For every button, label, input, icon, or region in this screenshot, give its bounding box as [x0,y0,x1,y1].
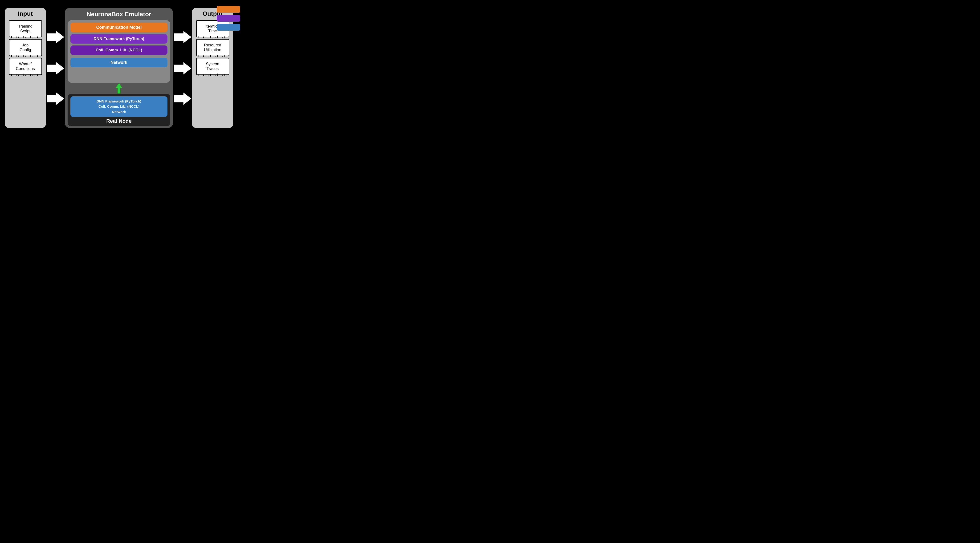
out-arrow-middle-shape [174,62,191,75]
whatif-label: What-ifConditions [16,62,35,71]
green-arrow-container [68,84,170,92]
resource-util-card: ResourceUtilization [196,39,229,56]
emulator-inner: Communication Model DNN Framework (PyTor… [68,20,170,83]
coll-comm-bar: Coll. Comm. Lib. (NCCL) [70,45,167,55]
whatif-conditions-card: What-ifConditions [9,58,42,75]
real-node-title: Real Node [106,118,132,124]
out-arrow-top [174,31,191,43]
out-arrow-bottom [174,92,191,105]
dnn-framework-bar: DNN Framework (PyTorch) [70,34,167,44]
legend-blue [217,24,240,30]
input-arrows [46,8,65,128]
job-config-label: JobConfig [19,43,31,52]
arrow-bottom-shape [47,92,64,105]
comm-model-bar: Communication Model [70,22,167,32]
arrow-middle [47,62,64,75]
arrow-top [47,31,64,43]
real-node-coll: Coll. Comm. Lib. (NCCL) [99,104,139,108]
svg-marker-0 [116,83,122,94]
training-script-label: TrainingScript [18,24,32,33]
real-node-network: Network [112,110,126,114]
system-traces-card: SystemTraces [196,58,229,75]
diagram: Input TrainingScript JobConfig What-ifCo… [5,4,240,131]
out-arrow-top-shape [174,31,191,43]
arrow-top-shape [47,31,64,43]
resource-util-label: ResourceUtilization [204,43,221,52]
system-traces-label: SystemTraces [206,62,219,71]
green-up-arrow-icon [116,83,122,94]
emulator-box: NeuronaBox Emulator Communication Model … [65,8,173,128]
arrow-middle-shape [47,62,64,75]
real-node-box: DNN Framework (PyTorch) Coll. Comm. Lib.… [68,94,170,126]
training-script-card: TrainingScript [9,20,42,37]
out-arrow-bottom-shape [174,92,191,105]
legend-purple [217,15,240,22]
job-config-card: JobConfig [9,39,42,56]
input-title: Input [18,10,33,18]
network-bar: Network [70,58,167,67]
input-column: Input TrainingScript JobConfig What-ifCo… [5,8,46,128]
real-node-dnn: DNN Framework (PyTorch) [97,99,141,103]
legend-orange [217,6,240,13]
output-arrows [173,8,192,128]
legend [217,6,240,30]
arrow-bottom [47,92,64,105]
real-node-content: DNN Framework (PyTorch) Coll. Comm. Lib.… [70,96,167,117]
emulator-title: NeuronaBox Emulator [68,11,170,18]
out-arrow-middle [174,62,191,75]
